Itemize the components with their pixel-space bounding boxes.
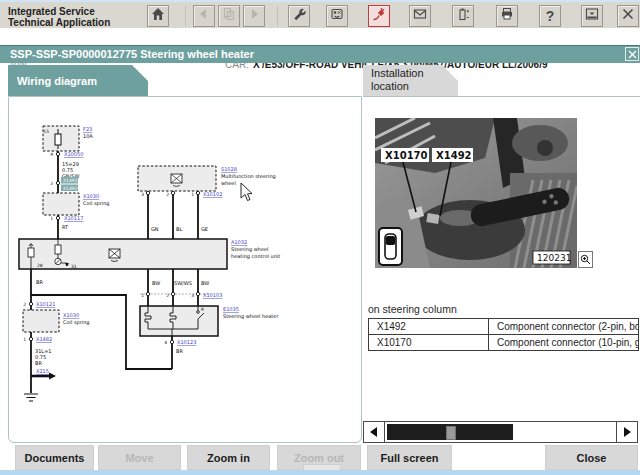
photo-zoom-button[interactable] bbox=[578, 251, 593, 268]
mail-button[interactable] bbox=[409, 5, 431, 27]
connector-link[interactable]: X10117 bbox=[64, 215, 83, 221]
control-unit-link[interactable]: A1032 bbox=[231, 239, 247, 245]
pin-number: 2 bbox=[166, 192, 169, 197]
connection-lost-icon bbox=[372, 7, 386, 25]
close-icon bbox=[621, 7, 635, 25]
pin-number: 1 bbox=[191, 192, 194, 197]
operations-icon bbox=[222, 7, 236, 25]
connector-highlight: X1492 bbox=[63, 186, 78, 191]
connector-link[interactable]: X10102 bbox=[203, 191, 222, 197]
scroll-right-icon bbox=[623, 423, 631, 441]
scrollbar-thumb[interactable] bbox=[387, 424, 513, 440]
close-icon bbox=[628, 45, 637, 63]
close-button[interactable]: Close bbox=[545, 445, 638, 470]
connector-link[interactable]: X10123 bbox=[177, 339, 196, 345]
fuse-rating: 10A bbox=[83, 133, 93, 139]
tab-wiring-diagram[interactable]: Wiring diagram bbox=[8, 65, 148, 96]
tools-button[interactable] bbox=[288, 5, 310, 27]
help-button[interactable]: ? bbox=[539, 5, 561, 27]
scroll-left-button[interactable] bbox=[363, 421, 385, 443]
main-toolbar: Integrated Service Technical Application bbox=[0, 2, 640, 29]
tab-installation-label-line2: location bbox=[371, 80, 458, 93]
scroll-left-icon bbox=[370, 423, 378, 441]
vehicle-icon bbox=[330, 7, 344, 25]
wire-color: BR bbox=[36, 279, 43, 285]
battery-icon bbox=[456, 7, 470, 25]
pin-number: 1 bbox=[141, 293, 144, 298]
wire-color: SW/WS bbox=[174, 280, 192, 286]
wire-color: BR bbox=[35, 360, 42, 366]
vehicle-button[interactable] bbox=[326, 5, 348, 27]
pin-number: 3 bbox=[191, 293, 194, 298]
mail-icon bbox=[413, 7, 427, 25]
ecu-pin: 28 bbox=[37, 263, 43, 268]
wire-color: BL bbox=[176, 226, 182, 232]
mfsw-link[interactable]: S1028 bbox=[221, 166, 237, 172]
scrollbar-track[interactable] bbox=[385, 421, 616, 443]
dialog-title: SSP-SSP-SP0000012775 Steering wheel heat… bbox=[10, 48, 254, 60]
connector-link[interactable]: X1482 bbox=[36, 336, 52, 342]
pin-number: 1 bbox=[23, 337, 26, 342]
installation-photo[interactable]: X10170 X1492 120231 bbox=[375, 118, 577, 268]
home-button[interactable] bbox=[147, 5, 169, 27]
photo-label-x1492: X1492 bbox=[436, 150, 472, 161]
coil-spring-label: Coil spring bbox=[63, 319, 89, 326]
move-button-label: Move bbox=[125, 452, 153, 464]
wire-color: BW bbox=[152, 280, 160, 286]
magnifier-icon bbox=[580, 251, 591, 269]
wire-color: RT bbox=[62, 224, 69, 230]
coil-spring-link[interactable]: X1030 bbox=[63, 312, 79, 318]
app-close-button[interactable] bbox=[617, 5, 639, 27]
operations-button[interactable] bbox=[218, 5, 240, 27]
mouse-cursor bbox=[241, 183, 252, 201]
wiring-diagram-svg: 15 F23 10A 9 X10050 15=29 0.75 GN/SW 2 X… bbox=[9, 97, 361, 442]
coil-spring-box bbox=[23, 310, 59, 332]
full-screen-button-label: Full screen bbox=[380, 452, 438, 464]
minimize-button[interactable] bbox=[581, 5, 603, 27]
pin-number: 1 bbox=[50, 216, 53, 221]
wiring-diagram-panel[interactable]: 15 F23 10A 9 X10050 15=29 0.75 GN/SW 2 X… bbox=[8, 96, 362, 443]
wire-color: GN bbox=[151, 226, 159, 232]
print-button[interactable] bbox=[496, 5, 518, 27]
heater-link[interactable]: E1035 bbox=[223, 306, 239, 312]
coil-spring-link[interactable]: X1030 bbox=[83, 193, 99, 199]
dialog-close-button[interactable] bbox=[625, 47, 639, 61]
zoom-in-button[interactable]: Zoom in bbox=[187, 445, 270, 470]
tab-installation-label-line1: Installation bbox=[371, 67, 458, 80]
toolbar-divider bbox=[185, 6, 186, 26]
move-button: Move bbox=[98, 445, 181, 470]
vin-bar: VIN: CAR: X'/E53/OFF-ROAD VEHICLE/X5 3.0… bbox=[0, 28, 640, 45]
documents-button-label: Documents bbox=[25, 452, 85, 464]
connector-link[interactable]: X10103 bbox=[203, 292, 222, 298]
ground-link[interactable]: X215 bbox=[36, 368, 49, 374]
connector-link[interactable]: X10050 bbox=[64, 151, 83, 157]
forward-button[interactable] bbox=[243, 5, 265, 27]
tab-installation-location[interactable]: Installation location bbox=[363, 65, 458, 96]
table-row[interactable]: X10170 Component connector (10-pin, gree… bbox=[369, 335, 639, 351]
horizontal-scrollbar bbox=[363, 421, 638, 443]
fuse-symbol bbox=[55, 134, 61, 145]
connector-table: X1492 Component connector (2-pin, bordea… bbox=[368, 318, 639, 351]
connector-desc: Component connector (2-pin, bordeaux bbox=[489, 319, 639, 335]
documents-button[interactable]: Documents bbox=[15, 445, 94, 470]
fuse-link[interactable]: F23 bbox=[83, 126, 92, 132]
installation-photo-svg: X10170 X1492 120231 bbox=[375, 118, 577, 268]
wire-color: BR bbox=[176, 348, 183, 354]
back-icon bbox=[197, 7, 211, 25]
connector-link[interactable]: X10121 bbox=[36, 301, 55, 307]
connection-button[interactable] bbox=[368, 5, 390, 27]
table-row[interactable]: X1492 Component connector (2-pin, bordea… bbox=[369, 319, 639, 335]
pin-number: 4 bbox=[164, 340, 167, 345]
scroll-right-button[interactable] bbox=[616, 421, 638, 443]
coil-spring-box bbox=[43, 193, 79, 215]
pin-number: 2 bbox=[166, 293, 169, 298]
full-screen-button[interactable]: Full screen bbox=[367, 445, 452, 470]
zoom-in-button-label: Zoom in bbox=[207, 452, 250, 464]
forward-icon bbox=[247, 7, 261, 25]
back-button[interactable] bbox=[193, 5, 215, 27]
battery-button[interactable] bbox=[452, 5, 474, 27]
connector-id: X10170 bbox=[369, 335, 489, 351]
connector-desc: Component connector (10-pin, green), bbox=[489, 335, 639, 351]
app-title-line1: Integrated Service bbox=[8, 6, 110, 17]
pin-number: 2 bbox=[50, 181, 53, 186]
